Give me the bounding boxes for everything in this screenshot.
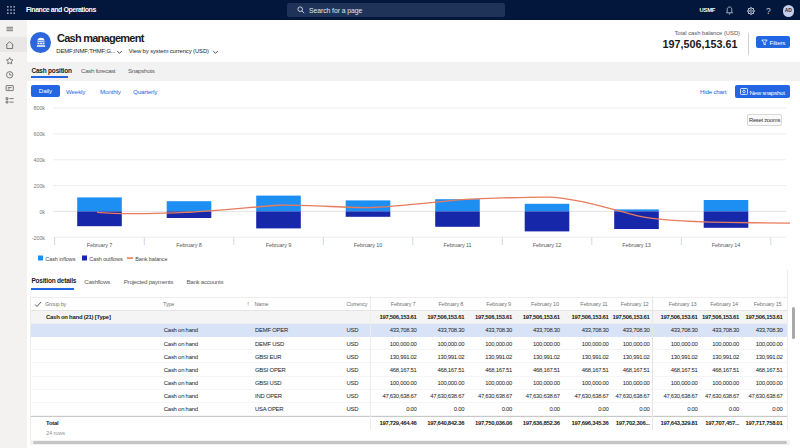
svg-text:February 11: February 11 [443,242,471,248]
svg-text:0k: 0k [39,209,45,215]
svg-text:800k: 800k [33,105,45,111]
svg-text:Bank balance: Bank balance [135,256,167,262]
svg-text:February 9: February 9 [266,242,292,248]
svg-text:February 14: February 14 [712,242,741,248]
svg-text:200k: 200k [33,183,45,189]
svg-text:-200k: -200k [32,235,46,241]
svg-text:February 8: February 8 [176,242,202,248]
svg-text:600k: 600k [33,131,45,137]
svg-text:February 10: February 10 [354,242,383,248]
svg-text:February 12: February 12 [533,242,562,248]
svg-text:February 7: February 7 [87,242,113,248]
svg-text:Cash outflows: Cash outflows [89,256,123,262]
svg-text:Cash inflows: Cash inflows [45,256,75,262]
svg-text:February 13: February 13 [622,242,651,248]
svg-text:400k: 400k [33,157,45,163]
